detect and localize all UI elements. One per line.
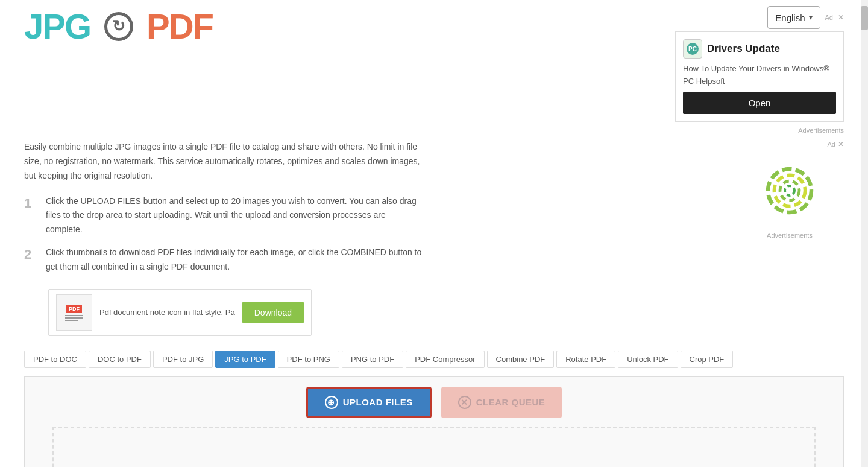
main-content: Easily combine multiple JPG images into … — [0, 140, 868, 282]
tab-pdf-compressor[interactable]: PDF Compressor — [406, 351, 484, 368]
steps-list: 1 Click the UPLOAD FILES button and sele… — [24, 194, 723, 275]
chevron-down-icon: ▾ — [809, 13, 813, 22]
header-right: English ▾ Ad ✕ PC Drivers Update How To … — [675, 6, 844, 134]
pdf-download-button[interactable]: Download — [242, 302, 304, 323]
next-arrow[interactable]: › — [828, 465, 834, 467]
tab-jpg-to-pdf[interactable]: JPG to PDF — [215, 351, 275, 368]
tab-pdf-to-jpg[interactable]: PDF to JPG — [153, 351, 213, 368]
pdf-line-2 — [65, 317, 83, 319]
upload-btn-label: UPLOAD FILES — [343, 397, 413, 407]
clear-btn-label: CLEAR QUEUE — [476, 397, 546, 407]
upload-section: ⊕ UPLOAD FILES ✕ CLEAR QUEUE ‹ Drop Your… — [24, 376, 844, 467]
logo-pdf: PDF — [146, 6, 213, 46]
pdf-icon-label: PDF — [66, 305, 82, 313]
ad-label-side: Ad — [828, 141, 835, 148]
ad-brand-name: PC Helpsoft — [683, 77, 836, 86]
step-2-num: 2 — [24, 246, 36, 275]
svg-point-4 — [780, 181, 799, 200]
tab-combine-pdf[interactable]: Combine PDF — [487, 351, 555, 368]
ad-spiral-icon — [766, 167, 814, 215]
header: JPG ↻ PDF English ▾ Ad ✕ — [0, 0, 868, 134]
language-label: English — [775, 13, 805, 23]
clear-queue-button[interactable]: ✕ CLEAR QUEUE — [441, 387, 562, 418]
pdf-banner-text: Pdf document note icon in flat style. Pa — [99, 308, 235, 317]
description: Easily combine multiple JPG images into … — [24, 140, 422, 183]
ad-top-header: PC Drivers Update — [683, 39, 836, 59]
tab-png-to-pdf[interactable]: PNG to PDF — [342, 351, 403, 368]
pdf-icon-lines — [65, 314, 83, 322]
ad-close-side[interactable]: ✕ — [838, 140, 844, 148]
ad-block-side: Ad ✕ Advertisements — [735, 140, 844, 282]
upload-buttons: ⊕ UPLOAD FILES ✕ CLEAR QUEUE — [34, 387, 834, 418]
ad-block-top: PC Drivers Update How To Update Your Dri… — [675, 31, 844, 122]
logo-jpg: JPG — [24, 6, 90, 46]
tab-crop-pdf[interactable]: Crop PDF — [681, 351, 734, 368]
tab-doc-to-pdf[interactable]: DOC to PDF — [89, 351, 151, 368]
pdf-line-1 — [65, 315, 83, 316]
pdf-banner-area: PDF Pdf document note icon in flat style… — [24, 289, 844, 336]
step-2: 2 Click thumbnails to download PDF files… — [24, 246, 422, 275]
left-content: Easily combine multiple JPG images into … — [24, 140, 723, 282]
upload-icon: ⊕ — [325, 396, 338, 409]
logo: JPG ↻ PDF — [24, 6, 213, 46]
drop-area-wrapper: ‹ Drop Your Files Here › — [34, 427, 834, 467]
ad-title: Drivers Update — [707, 43, 780, 55]
svg-text:PC: PC — [688, 46, 697, 52]
scrollbar[interactable] — [861, 0, 868, 467]
ad-label-top: Ad — [825, 14, 833, 21]
language-selector[interactable]: English ▾ — [767, 6, 820, 29]
step-1: 1 Click the UPLOAD FILES button and sele… — [24, 194, 422, 237]
ad-brand-logo: PC — [683, 39, 702, 59]
prev-arrow[interactable]: ‹ — [34, 465, 40, 467]
pdf-icon: PDF — [56, 294, 92, 331]
ad-close-top[interactable]: ✕ — [838, 13, 844, 22]
scrollbar-thumb[interactable] — [861, 6, 868, 30]
tab-unlock-pdf[interactable]: Unlock PDF — [618, 351, 678, 368]
tab-pdf-to-png[interactable]: PDF to PNG — [278, 351, 339, 368]
step-2-text: Click thumbnails to download PDF files i… — [46, 246, 422, 275]
ad-subtitle: How To Update Your Drivers in Windows® — [683, 63, 836, 74]
upload-files-button[interactable]: ⊕ UPLOAD FILES — [306, 387, 432, 418]
ad-attribution-side: Advertisements — [767, 232, 813, 239]
step-1-text: Click the UPLOAD FILES button and select… — [46, 194, 422, 237]
drop-area[interactable]: Drop Your Files Here — [52, 427, 816, 467]
tool-nav: PDF to DOC DOC to PDF PDF to JPG JPG to … — [0, 342, 868, 368]
ad-open-button[interactable]: Open — [683, 92, 836, 114]
tab-pdf-to-doc[interactable]: PDF to DOC — [24, 351, 86, 368]
logo-to: ↻ — [93, 8, 144, 45]
step-1-num: 1 — [24, 194, 36, 237]
pdf-banner: PDF Pdf document note icon in flat style… — [48, 289, 312, 336]
tab-rotate-pdf[interactable]: Rotate PDF — [556, 351, 615, 368]
svg-point-5 — [785, 186, 794, 195]
clear-icon: ✕ — [458, 396, 471, 409]
pdf-line-3 — [65, 320, 78, 321]
ad-attribution-top: Advertisements — [798, 127, 844, 134]
